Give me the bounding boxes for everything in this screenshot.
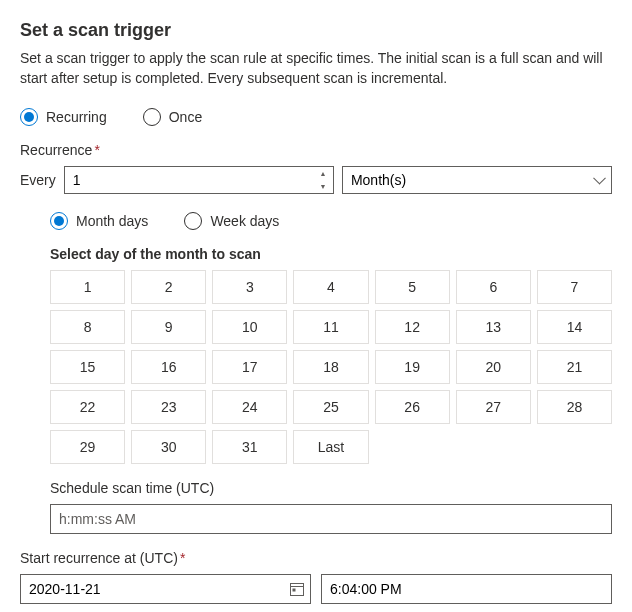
- day-cell[interactable]: 6: [456, 270, 531, 304]
- day-cell[interactable]: 26: [375, 390, 450, 424]
- day-cell[interactable]: 20: [456, 350, 531, 384]
- day-cell[interactable]: 13: [456, 310, 531, 344]
- month-days-radio[interactable]: Month days: [50, 212, 148, 230]
- radio-icon: [143, 108, 161, 126]
- day-cell[interactable]: 4: [293, 270, 368, 304]
- day-cell[interactable]: 17: [212, 350, 287, 384]
- select-day-label: Select day of the month to scan: [50, 246, 612, 262]
- start-time-input[interactable]: [321, 574, 612, 604]
- recurrence-label: Recurrence*: [20, 142, 612, 158]
- day-cell[interactable]: 19: [375, 350, 450, 384]
- day-cell[interactable]: 8: [50, 310, 125, 344]
- once-radio[interactable]: Once: [143, 108, 202, 126]
- day-cell[interactable]: 28: [537, 390, 612, 424]
- day-cell[interactable]: 24: [212, 390, 287, 424]
- day-cell[interactable]: 5: [375, 270, 450, 304]
- recurring-radio[interactable]: Recurring: [20, 108, 107, 126]
- day-cell[interactable]: 31: [212, 430, 287, 464]
- schedule-time-label: Schedule scan time (UTC): [50, 480, 612, 496]
- spin-down-icon[interactable]: ▼: [313, 180, 333, 193]
- once-label: Once: [169, 109, 202, 125]
- radio-icon: [184, 212, 202, 230]
- every-label: Every: [20, 172, 56, 188]
- week-days-radio[interactable]: Week days: [184, 212, 279, 230]
- radio-icon: [50, 212, 68, 230]
- unit-select[interactable]: Month(s): [342, 166, 612, 194]
- page-description: Set a scan trigger to apply the scan rul…: [20, 49, 612, 88]
- schedule-time-input[interactable]: [50, 504, 612, 534]
- day-cell[interactable]: 15: [50, 350, 125, 384]
- day-cell[interactable]: 30: [131, 430, 206, 464]
- day-cell[interactable]: 2: [131, 270, 206, 304]
- day-cell[interactable]: 23: [131, 390, 206, 424]
- recurring-label: Recurring: [46, 109, 107, 125]
- radio-icon: [20, 108, 38, 126]
- month-days-label: Month days: [76, 213, 148, 229]
- week-days-label: Week days: [210, 213, 279, 229]
- day-cell[interactable]: 10: [212, 310, 287, 344]
- spin-up-icon[interactable]: ▲: [313, 167, 333, 180]
- start-date-input[interactable]: [20, 574, 311, 604]
- day-cell[interactable]: 29: [50, 430, 125, 464]
- day-cell[interactable]: 18: [293, 350, 368, 384]
- day-grid: 1234567891011121314151617181920212223242…: [50, 270, 612, 464]
- day-type-group: Month days Week days: [50, 212, 612, 230]
- every-input[interactable]: [64, 166, 334, 194]
- day-cell[interactable]: Last: [293, 430, 368, 464]
- trigger-type-group: Recurring Once: [20, 108, 612, 126]
- day-cell[interactable]: 16: [131, 350, 206, 384]
- page-title: Set a scan trigger: [20, 20, 612, 41]
- day-cell[interactable]: 12: [375, 310, 450, 344]
- day-cell[interactable]: 3: [212, 270, 287, 304]
- start-label: Start recurrence at (UTC)*: [20, 550, 612, 566]
- day-cell[interactable]: 27: [456, 390, 531, 424]
- day-cell[interactable]: 21: [537, 350, 612, 384]
- day-cell[interactable]: 11: [293, 310, 368, 344]
- day-cell[interactable]: 7: [537, 270, 612, 304]
- day-cell[interactable]: 14: [537, 310, 612, 344]
- day-cell[interactable]: 22: [50, 390, 125, 424]
- day-cell[interactable]: 1: [50, 270, 125, 304]
- day-cell[interactable]: 25: [293, 390, 368, 424]
- day-cell[interactable]: 9: [131, 310, 206, 344]
